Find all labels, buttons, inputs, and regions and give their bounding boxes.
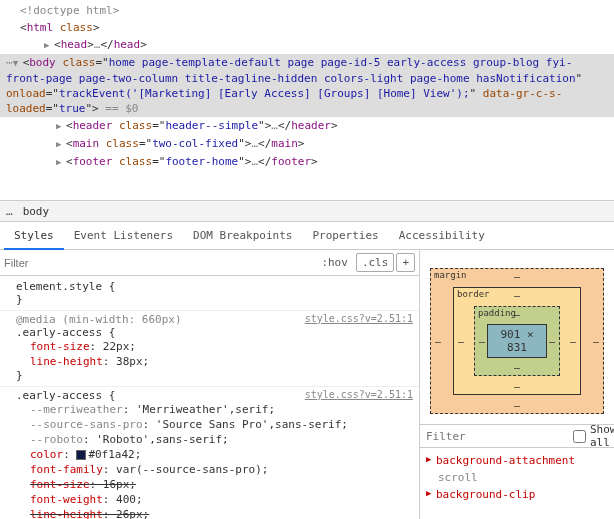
computed-pane: margin –––– border –––– padding –––– 901… — [420, 250, 614, 519]
breadcrumb[interactable]: … body — [0, 200, 614, 222]
tab-accessibility[interactable]: Accessibility — [389, 223, 495, 248]
dom-line[interactable]: ▶<header class="header--simple">…</heade… — [0, 117, 614, 135]
computed-item[interactable]: ▶background-clip — [426, 486, 608, 503]
dom-tree[interactable]: <!doctype html> <html class> ▶<head>…</h… — [0, 0, 614, 200]
dom-line[interactable]: <!doctype html> — [0, 2, 614, 19]
box-content: 901 × 831 — [487, 324, 547, 358]
crumb-overflow[interactable]: … — [6, 205, 13, 218]
styles-filter-row: :hov .cls + — [0, 250, 419, 276]
show-all-label: Show all — [590, 423, 614, 449]
dom-line-selected[interactable]: ⋯▼<body class="home page-template-defaul… — [0, 54, 614, 117]
collapse-icon[interactable]: ▼ — [13, 56, 23, 71]
tab-event-listeners[interactable]: Event Listeners — [64, 223, 183, 248]
tab-dom-breakpoints[interactable]: DOM Breakpoints — [183, 223, 302, 248]
crumb-body[interactable]: body — [23, 205, 50, 218]
color-swatch[interactable] — [76, 450, 86, 460]
expand-icon[interactable]: ▶ — [56, 119, 66, 134]
tab-properties[interactable]: Properties — [302, 223, 388, 248]
hov-button[interactable]: :hov — [315, 253, 354, 272]
tabs: Styles Event Listeners DOM Breakpoints P… — [0, 222, 614, 250]
styles-pane: :hov .cls + element.style {} style.css?v… — [0, 250, 420, 519]
box-model[interactable]: margin –––– border –––– padding –––– 901… — [420, 250, 614, 424]
source-link[interactable]: style.css?v=2.51:1 — [305, 389, 413, 400]
computed-item[interactable]: ▶background-attachment — [426, 452, 608, 469]
computed-filter-row: Show all — [420, 424, 614, 448]
computed-value: scroll — [426, 469, 608, 486]
dom-line[interactable]: <html class> — [0, 19, 614, 36]
styles-filter-input[interactable] — [4, 257, 313, 269]
expand-icon[interactable]: ▶ — [44, 38, 54, 53]
show-all-checkbox[interactable] — [573, 430, 586, 443]
dom-line[interactable]: ▶<main class="two-col-fixed">…</main> — [0, 135, 614, 153]
dom-line[interactable]: ▶<footer class="footer-home">…</footer> — [0, 153, 614, 171]
expand-icon[interactable]: ▶ — [56, 155, 66, 170]
style-rule[interactable]: style.css?v=2.51:1 .early-access { --mer… — [0, 387, 419, 519]
computed-list[interactable]: ▶background-attachment scroll ▶backgroun… — [420, 448, 614, 507]
computed-filter-input[interactable] — [426, 430, 573, 443]
expand-icon[interactable]: ▶ — [56, 137, 66, 152]
cls-button[interactable]: .cls — [356, 253, 395, 272]
expand-icon[interactable]: ▶ — [426, 454, 436, 467]
dom-line[interactable]: ▶<head>…</head> — [0, 36, 614, 54]
style-rule[interactable]: style.css?v=2.51:1 @media (min-width: 66… — [0, 311, 419, 387]
tab-styles[interactable]: Styles — [4, 223, 64, 250]
new-rule-button[interactable]: + — [396, 253, 415, 272]
source-link[interactable]: style.css?v=2.51:1 — [305, 313, 413, 324]
expand-icon[interactable]: ▶ — [426, 488, 436, 501]
style-rule[interactable]: element.style {} — [0, 278, 419, 311]
